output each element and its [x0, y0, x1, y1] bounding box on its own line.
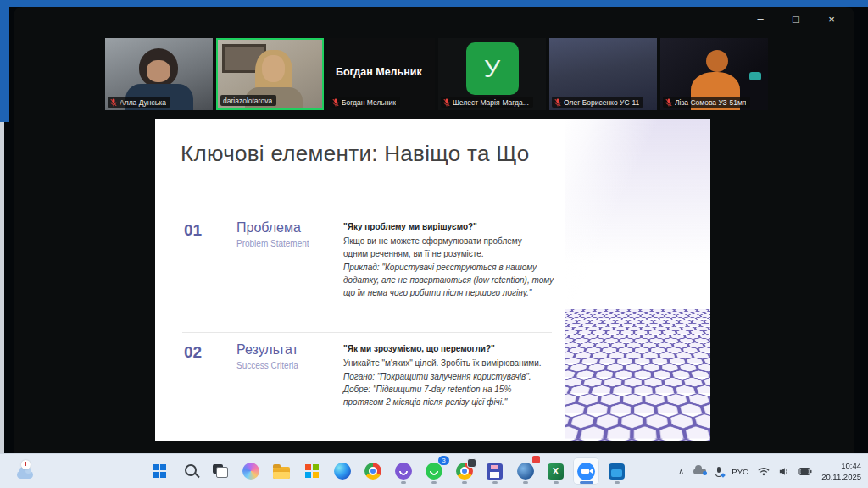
outlook-icon [609, 463, 625, 480]
minimize-button[interactable]: – [754, 12, 766, 27]
participant-name: Ліза Сомова УЗ-51мп [675, 98, 746, 107]
microsoft-365-button[interactable] [298, 458, 325, 485]
window-controls: – □ × [754, 12, 837, 27]
wifi-icon [758, 467, 770, 476]
outlook-button[interactable] [604, 458, 630, 485]
section-example: Приклад: "Користувачі реєструються в наш… [343, 261, 567, 299]
viber-icon [395, 463, 412, 480]
tray-expand-button[interactable]: ∧ [678, 467, 684, 476]
battery-icon [798, 468, 812, 475]
section-body: "Яку проблему ми вирішуємо?" Якщо ви не … [343, 220, 567, 299]
notification-badge [532, 456, 540, 463]
slide-title: Ключові елементи: Навіщо та Що [181, 141, 530, 167]
hexagon-blur-overlay [565, 119, 710, 441]
desktop: – □ × Алла Дунська [0, 0, 868, 488]
zoom-meeting-window: – □ × Алла Дунська [14, 7, 854, 453]
silhouette-face [147, 60, 170, 82]
task-view-icon [213, 464, 228, 478]
zoom-app-icon [577, 463, 595, 480]
excel-button[interactable]: X [542, 458, 569, 485]
viber-button[interactable] [390, 458, 416, 485]
participant-name: Шелест Марія-Магда... [453, 98, 529, 107]
weather-widget[interactable] [14, 460, 39, 482]
background-detail [749, 72, 761, 80]
shared-slide: Ключові елементи: Навіщо та Що 01 Пробле… [155, 119, 710, 441]
participant-tile-dariazolotarova[interactable]: dariazolotarova [216, 38, 324, 110]
participant-tile-bohdan-melnyk[interactable]: Богдан Мельник Богдан Мельник [327, 38, 435, 110]
mic-muted-icon [665, 98, 672, 107]
section-body: "Як ми зрозуміємо, що перемогли?" Уникай… [343, 342, 567, 408]
volume-tray-button[interactable] [779, 467, 789, 476]
maximize-button[interactable]: □ [790, 12, 802, 27]
section-heading: Результат [236, 342, 343, 358]
speaker-icon [779, 467, 789, 476]
participant-name: dariazolotarova [223, 97, 272, 105]
participant-name: Богдан Мельник [342, 98, 396, 107]
wifi-tray-button[interactable] [758, 467, 770, 476]
participant-label: Ліза Сомова УЗ-51мп [663, 97, 750, 108]
save-app-button[interactable] [481, 458, 508, 485]
onedrive-icon [693, 469, 706, 474]
profile-badge [467, 458, 476, 468]
taskbar-center-icons: 3 X [146, 458, 630, 485]
microphone-tray-button[interactable] [715, 467, 722, 477]
section-text: Уникайте "м'яких" цілей. Зробіть їх вимі… [343, 357, 567, 369]
participant-avatar: У [466, 42, 519, 95]
edge-icon [334, 463, 351, 480]
close-button[interactable]: × [826, 12, 837, 27]
clock[interactable]: 10:44 20.11.2025 [821, 461, 861, 482]
mic-muted-icon [443, 98, 450, 107]
slide-section-02: 02 Результат Success Criteria "Як ми зро… [184, 342, 567, 408]
section-question: "Яку проблему ми вирішуємо?" [343, 220, 567, 233]
task-view-button[interactable] [207, 458, 233, 485]
section-subheading: Problem Statement [236, 239, 343, 248]
microphone-icon [715, 467, 722, 477]
copilot-button[interactable] [237, 458, 264, 485]
section-heading-block: Проблема Problem Statement [236, 220, 343, 299]
battery-tray-button[interactable] [798, 468, 812, 475]
participant-label: Шелест Марія-Магда... [441, 97, 533, 108]
section-heading-block: Результат Success Criteria [236, 342, 343, 408]
language-indicator[interactable]: РУС [732, 467, 748, 476]
microsoft-365-icon [305, 464, 319, 478]
chrome-button[interactable] [359, 458, 386, 485]
participant-tile-liza-somova[interactable]: Ліза Сомова УЗ-51мп [660, 38, 768, 110]
taskbar: 3 X ∧ РУС 10:44 20.11.2 [0, 453, 868, 488]
participant-tile-oleh-borysenko[interactable]: Олег Борисенко УС-11 [549, 38, 657, 110]
tray-time: 10:44 [841, 461, 861, 470]
file-explorer-button[interactable] [268, 458, 294, 485]
copilot-icon [242, 463, 259, 480]
participant-tile-alla-dunska[interactable]: Алла Дунська [105, 38, 213, 110]
section-divider [182, 332, 552, 333]
whatsapp-button[interactable]: 3 [420, 458, 447, 485]
system-tray: ∧ РУС 10:44 20.11.2025 [678, 454, 861, 488]
weather-bubble-icon [21, 460, 31, 469]
start-button[interactable] [146, 458, 172, 485]
mic-muted-icon [110, 98, 117, 107]
participant-label: Алла Дунська [108, 97, 170, 108]
chat-app-button[interactable] [512, 458, 538, 485]
participant-name: Олег Борисенко УС-11 [564, 98, 639, 107]
chrome-profile-button[interactable] [451, 458, 477, 485]
zoom-app-button[interactable] [573, 458, 599, 485]
section-heading: Проблема [236, 220, 343, 236]
participant-strip: Алла Дунська dariazolotarova Богдан Мель… [105, 38, 768, 110]
onedrive-tray-button[interactable] [693, 469, 706, 474]
section-subheading: Success Criteria [236, 361, 343, 370]
save-app-icon [487, 463, 503, 480]
hexagon-pattern-image [565, 119, 710, 441]
search-button[interactable] [176, 458, 203, 485]
participant-display-name: Богдан Мельник [336, 66, 422, 78]
slide-section-01: 01 Проблема Problem Statement "Яку пробл… [184, 220, 567, 299]
section-number: 01 [184, 220, 236, 299]
background-window-edge-left-light [0, 122, 4, 453]
participant-tile-shelest[interactable]: У Шелест Марія-Магда... [438, 38, 546, 110]
participant-label: dariazolotarova [220, 95, 276, 106]
background-window-edge-left [0, 7, 9, 122]
search-icon [185, 464, 197, 476]
edge-button[interactable] [329, 458, 355, 485]
participant-label: Богдан Мельник [330, 97, 400, 108]
start-icon [153, 464, 166, 478]
section-question: "Як ми зрозуміємо, що перемогли?" [343, 342, 567, 355]
silhouette-head [706, 50, 728, 72]
